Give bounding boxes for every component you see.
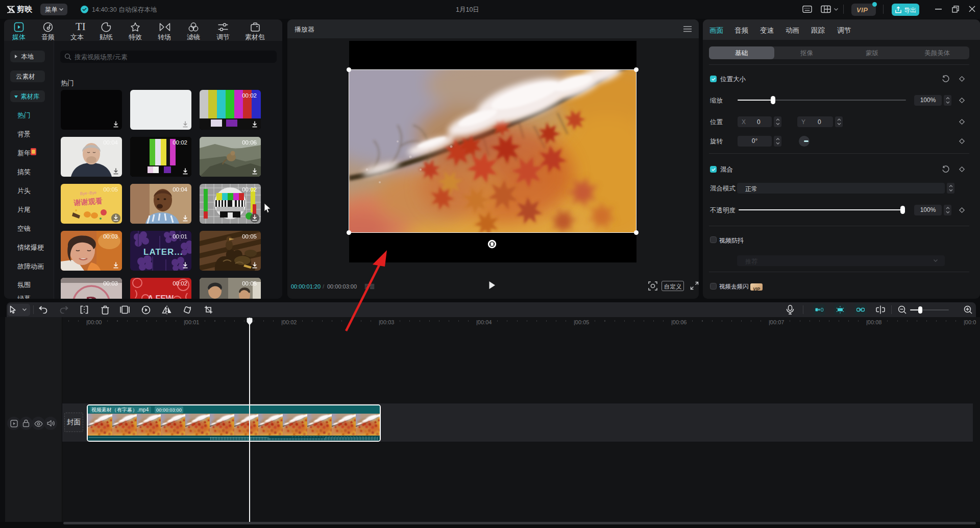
svg-text:A FEW: A FEW	[148, 294, 174, 299]
svg-text:LATER...: LATER...	[143, 247, 183, 257]
svg-text:3: 3	[85, 291, 99, 299]
